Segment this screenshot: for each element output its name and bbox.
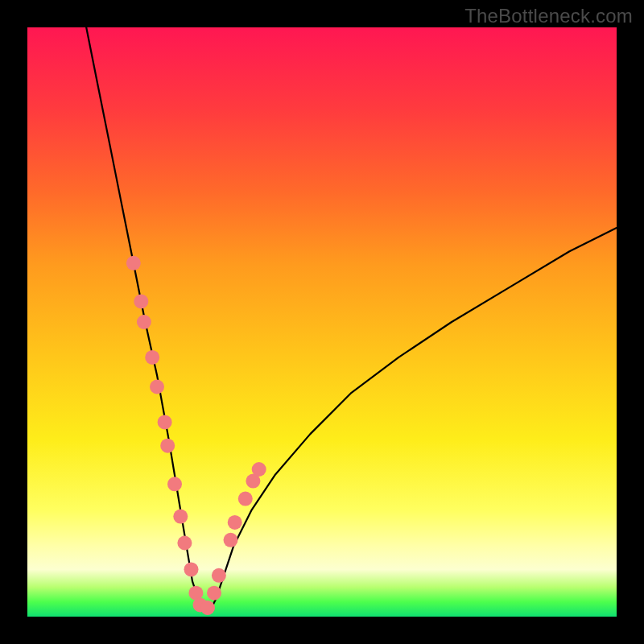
data-point: [238, 492, 253, 506]
data-point: [158, 415, 172, 429]
chart-svg: [27, 27, 617, 617]
data-point: [160, 439, 175, 453]
data-point: [173, 510, 188, 524]
data-point: [145, 350, 159, 365]
data-point: [134, 294, 148, 308]
data-point: [167, 477, 182, 491]
data-point: [150, 380, 164, 394]
data-point: [207, 586, 221, 601]
watermark-text: TheBottleneck.com: [464, 5, 633, 27]
data-point: [126, 256, 141, 270]
data-point: [228, 515, 242, 530]
data-point: [224, 533, 238, 547]
data-point: [252, 462, 266, 477]
data-point: [212, 568, 226, 583]
chart-frame: TheBottleneck.com: [0, 0, 644, 644]
data-point: [184, 562, 199, 576]
bottleneck-curve: [86, 27, 617, 611]
plot-area: [27, 27, 617, 617]
data-point: [137, 315, 151, 329]
data-point: [177, 536, 192, 551]
data-point: [200, 601, 215, 615]
